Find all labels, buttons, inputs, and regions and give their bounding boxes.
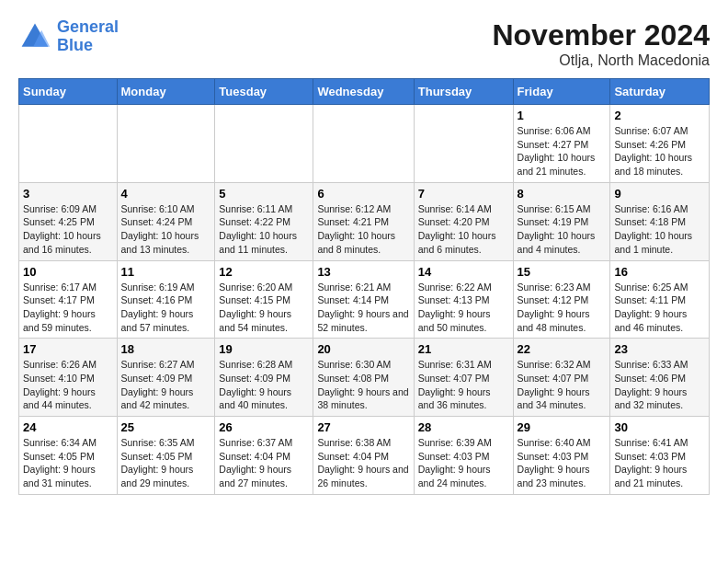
day-number: 10: [23, 265, 113, 279]
calendar-table: SundayMondayTuesdayWednesdayThursdayFrid…: [18, 78, 710, 495]
day-number: 6: [317, 187, 409, 201]
day-number: 7: [418, 187, 509, 201]
day-info: Sunrise: 6:33 AM Sunset: 4:06 PM Dayligh…: [614, 358, 705, 412]
day-info: Sunrise: 6:12 AM Sunset: 4:21 PM Dayligh…: [317, 202, 409, 257]
day-info: Sunrise: 6:28 AM Sunset: 4:09 PM Dayligh…: [219, 358, 309, 412]
weekday-header: Friday: [513, 79, 610, 105]
calendar-cell: 6Sunrise: 6:12 AM Sunset: 4:21 PM Daylig…: [313, 182, 414, 260]
calendar-cell: 21Sunrise: 6:31 AM Sunset: 4:07 PM Dayli…: [414, 339, 513, 417]
page-header: General Blue November 2024 Otlja, North …: [18, 18, 710, 69]
day-number: 11: [121, 265, 211, 279]
calendar-week-row: 3Sunrise: 6:09 AM Sunset: 4:25 PM Daylig…: [19, 182, 710, 260]
calendar-cell: 7Sunrise: 6:14 AM Sunset: 4:20 PM Daylig…: [414, 182, 513, 260]
calendar-cell: 17Sunrise: 6:26 AM Sunset: 4:10 PM Dayli…: [19, 339, 118, 417]
calendar-cell: [117, 105, 215, 183]
calendar-cell: 10Sunrise: 6:17 AM Sunset: 4:17 PM Dayli…: [19, 260, 118, 339]
day-number: 18: [121, 342, 211, 356]
logo-text: General Blue: [57, 18, 119, 55]
day-number: 2: [614, 109, 705, 122]
day-info: Sunrise: 6:15 AM Sunset: 4:19 PM Dayligh…: [518, 202, 607, 257]
day-number: 15: [518, 265, 607, 279]
day-info: Sunrise: 6:11 AM Sunset: 4:22 PM Dayligh…: [219, 202, 309, 257]
calendar-header-row: SundayMondayTuesdayWednesdayThursdayFrid…: [19, 79, 710, 105]
title-block: November 2024 Otlja, North Macedonia: [492, 18, 710, 69]
month-title: November 2024: [492, 18, 710, 52]
weekday-header: Monday: [117, 79, 215, 105]
calendar-cell: 14Sunrise: 6:22 AM Sunset: 4:13 PM Dayli…: [414, 260, 513, 339]
day-number: 19: [219, 342, 309, 356]
day-info: Sunrise: 6:17 AM Sunset: 4:17 PM Dayligh…: [23, 281, 113, 335]
calendar-cell: 22Sunrise: 6:32 AM Sunset: 4:07 PM Dayli…: [513, 339, 610, 417]
calendar-cell: 27Sunrise: 6:38 AM Sunset: 4:04 PM Dayli…: [313, 417, 414, 495]
calendar-cell: 24Sunrise: 6:34 AM Sunset: 4:05 PM Dayli…: [19, 417, 118, 495]
calendar-cell: 18Sunrise: 6:27 AM Sunset: 4:09 PM Dayli…: [117, 339, 215, 417]
calendar-week-row: 10Sunrise: 6:17 AM Sunset: 4:17 PM Dayli…: [19, 260, 710, 339]
calendar-week-row: 1Sunrise: 6:06 AM Sunset: 4:27 PM Daylig…: [19, 105, 710, 183]
day-number: 9: [614, 187, 705, 201]
day-info: Sunrise: 6:32 AM Sunset: 4:07 PM Dayligh…: [518, 358, 607, 412]
day-number: 8: [518, 187, 607, 201]
day-number: 25: [121, 420, 211, 434]
day-number: 3: [23, 187, 113, 201]
calendar-cell: 9Sunrise: 6:16 AM Sunset: 4:18 PM Daylig…: [610, 182, 710, 260]
calendar-cell: 12Sunrise: 6:20 AM Sunset: 4:15 PM Dayli…: [215, 260, 313, 339]
day-info: Sunrise: 6:10 AM Sunset: 4:24 PM Dayligh…: [121, 202, 211, 257]
day-info: Sunrise: 6:06 AM Sunset: 4:27 PM Dayligh…: [518, 124, 607, 178]
day-number: 14: [418, 265, 509, 279]
day-number: 22: [518, 342, 607, 356]
calendar-cell: 1Sunrise: 6:06 AM Sunset: 4:27 PM Daylig…: [513, 105, 610, 183]
calendar-cell: 16Sunrise: 6:25 AM Sunset: 4:11 PM Dayli…: [610, 260, 710, 339]
day-info: Sunrise: 6:37 AM Sunset: 4:04 PM Dayligh…: [219, 436, 309, 490]
weekday-header: Saturday: [610, 79, 710, 105]
day-info: Sunrise: 6:34 AM Sunset: 4:05 PM Dayligh…: [23, 436, 113, 490]
day-number: 4: [121, 187, 211, 201]
day-info: Sunrise: 6:26 AM Sunset: 4:10 PM Dayligh…: [23, 358, 113, 412]
day-number: 12: [219, 265, 309, 279]
calendar-cell: [19, 105, 118, 183]
day-number: 24: [23, 420, 113, 434]
calendar-cell: 26Sunrise: 6:37 AM Sunset: 4:04 PM Dayli…: [215, 417, 313, 495]
calendar-cell: 29Sunrise: 6:40 AM Sunset: 4:03 PM Dayli…: [513, 417, 610, 495]
day-info: Sunrise: 6:41 AM Sunset: 4:03 PM Dayligh…: [614, 436, 705, 490]
weekday-header: Thursday: [414, 79, 513, 105]
day-number: 1: [518, 109, 607, 122]
calendar-cell: 19Sunrise: 6:28 AM Sunset: 4:09 PM Dayli…: [215, 339, 313, 417]
day-info: Sunrise: 6:21 AM Sunset: 4:14 PM Dayligh…: [317, 281, 409, 335]
calendar-cell: [215, 105, 313, 183]
day-info: Sunrise: 6:30 AM Sunset: 4:08 PM Dayligh…: [317, 358, 409, 412]
calendar-cell: 8Sunrise: 6:15 AM Sunset: 4:19 PM Daylig…: [513, 182, 610, 260]
weekday-header: Wednesday: [313, 79, 414, 105]
day-info: Sunrise: 6:19 AM Sunset: 4:16 PM Dayligh…: [121, 281, 211, 335]
weekday-header: Tuesday: [215, 79, 313, 105]
calendar-cell: 3Sunrise: 6:09 AM Sunset: 4:25 PM Daylig…: [19, 182, 118, 260]
calendar-cell: 23Sunrise: 6:33 AM Sunset: 4:06 PM Dayli…: [610, 339, 710, 417]
calendar-cell: 20Sunrise: 6:30 AM Sunset: 4:08 PM Dayli…: [313, 339, 414, 417]
day-number: 28: [418, 420, 509, 434]
calendar-week-row: 24Sunrise: 6:34 AM Sunset: 4:05 PM Dayli…: [19, 417, 710, 495]
weekday-header: Sunday: [19, 79, 118, 105]
day-info: Sunrise: 6:16 AM Sunset: 4:18 PM Dayligh…: [614, 202, 705, 257]
day-number: 5: [219, 187, 309, 201]
calendar-cell: 13Sunrise: 6:21 AM Sunset: 4:14 PM Dayli…: [313, 260, 414, 339]
day-number: 27: [317, 420, 409, 434]
location: Otlja, North Macedonia: [492, 52, 710, 69]
logo-icon: [18, 20, 51, 53]
calendar-cell: [313, 105, 414, 183]
day-number: 17: [23, 342, 113, 356]
calendar-week-row: 17Sunrise: 6:26 AM Sunset: 4:10 PM Dayli…: [19, 339, 710, 417]
calendar-cell: 4Sunrise: 6:10 AM Sunset: 4:24 PM Daylig…: [117, 182, 215, 260]
day-number: 29: [518, 420, 607, 434]
calendar-cell: 15Sunrise: 6:23 AM Sunset: 4:12 PM Dayli…: [513, 260, 610, 339]
calendar-cell: 5Sunrise: 6:11 AM Sunset: 4:22 PM Daylig…: [215, 182, 313, 260]
day-number: 13: [317, 265, 409, 279]
day-info: Sunrise: 6:14 AM Sunset: 4:20 PM Dayligh…: [418, 202, 509, 257]
day-info: Sunrise: 6:27 AM Sunset: 4:09 PM Dayligh…: [121, 358, 211, 412]
calendar-cell: 2Sunrise: 6:07 AM Sunset: 4:26 PM Daylig…: [610, 105, 710, 183]
day-info: Sunrise: 6:09 AM Sunset: 4:25 PM Dayligh…: [23, 202, 113, 257]
calendar-cell: 11Sunrise: 6:19 AM Sunset: 4:16 PM Dayli…: [117, 260, 215, 339]
day-info: Sunrise: 6:40 AM Sunset: 4:03 PM Dayligh…: [518, 436, 607, 490]
day-number: 26: [219, 420, 309, 434]
logo: General Blue: [18, 18, 119, 55]
day-info: Sunrise: 6:07 AM Sunset: 4:26 PM Dayligh…: [614, 124, 705, 178]
calendar-cell: 28Sunrise: 6:39 AM Sunset: 4:03 PM Dayli…: [414, 417, 513, 495]
